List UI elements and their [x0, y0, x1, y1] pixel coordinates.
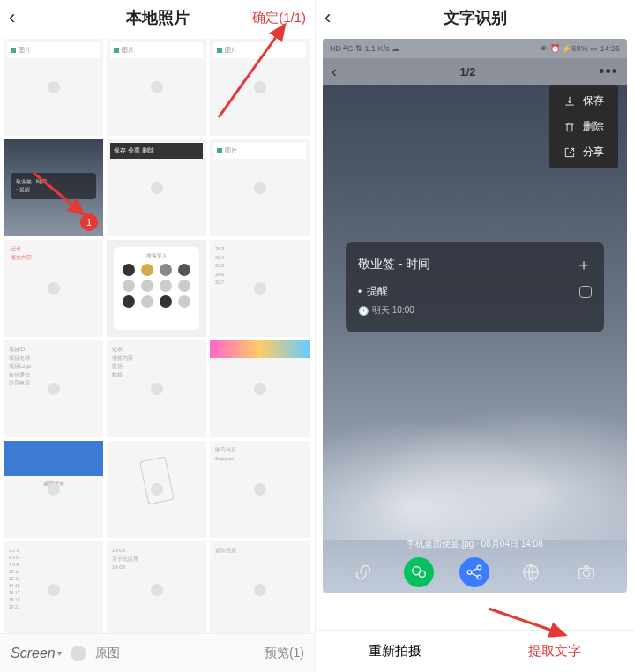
page-indicator: 1/2 [337, 65, 599, 78]
thumb[interactable]: 提取链接 [210, 541, 310, 633]
chevron-down-icon[interactable]: ▾ [57, 648, 62, 658]
card-title: 敬业签 - 时间 [358, 257, 430, 273]
selection-badge: 1 [80, 213, 98, 231]
thumb[interactable]: 记录便签内容微信邮箱 [107, 340, 206, 437]
thumb[interactable]: 14:08关于此应用14:08 [107, 541, 206, 633]
right-bottom-bar: 重新拍摄 提取文字 [316, 630, 634, 672]
thumb[interactable]: 图片 [210, 39, 310, 136]
widget-card: 敬业签 - 时间 ＋ • 提醒 🕑 明天 10:00 [346, 242, 604, 332]
trash-icon [563, 121, 576, 133]
svg-point-7 [584, 570, 590, 576]
context-menu: 保存 删除 分享 [549, 85, 618, 168]
menu-save[interactable]: 保存 [549, 88, 618, 114]
left-bottom-bar: Screen ▾ 原图 预览(1) [0, 633, 315, 672]
filename-label: 手机桌面便签.jpg · 08月04日 14:08 [323, 538, 627, 550]
card-item: 提醒 [367, 284, 388, 299]
plus-icon[interactable]: ＋ [576, 254, 592, 275]
thumb[interactable]: 保存 分享 删除 [107, 139, 206, 236]
preview-button[interactable]: 预览(1) [265, 646, 304, 661]
thumb[interactable]: 1 2 3 4 5 6 7 8 9 10 11 12 13 14 15 16 1… [4, 541, 103, 633]
thumb[interactable]: 项目ID项目名称项目Logo短信通知语音电话 [4, 340, 103, 437]
globe-icon[interactable] [516, 557, 546, 587]
confirm-button[interactable]: 确定(1/1) [252, 10, 306, 26]
screen-label: Screen [11, 646, 56, 661]
thumb-selected[interactable]: 敬业签 · 时间• 提醒 1 [4, 139, 103, 236]
link-icon[interactable] [348, 557, 378, 587]
ocr-panel: ‹ 文字识别 HD ⁴G ⇅ 1.1 K/s ☁ 👁 ⏰ ⚡68% ▭ 14:2… [316, 0, 634, 672]
download-icon [563, 95, 576, 108]
cloud-bg [323, 381, 627, 540]
origin-toggle[interactable] [71, 646, 86, 661]
right-header: ‹ 文字识别 [316, 0, 634, 35]
thumb[interactable]: 图片 [107, 39, 206, 136]
thumb[interactable] [210, 340, 310, 437]
status-right: 👁 ⏰ ⚡68% ▭ 14:26 [540, 44, 620, 53]
thumb[interactable]: 桌面便签 [4, 441, 103, 538]
left-header: ‹ 本地照片 确定(1/1) [0, 0, 315, 35]
card-subtext: 明天 10:00 [372, 304, 414, 317]
svg-point-1 [419, 571, 425, 577]
bullet-icon: • [358, 286, 362, 298]
extract-button[interactable]: 提取文字 [475, 643, 635, 660]
origin-label[interactable]: 原图 [95, 646, 120, 661]
thumb[interactable]: ·记录·便签内容 [4, 240, 103, 337]
thumb[interactable]: 账号信息Support [210, 441, 310, 538]
right-title: 文字识别 [316, 7, 634, 28]
checkbox[interactable] [579, 286, 592, 298]
local-photos-panel: ‹ 本地照片 确定(1/1) 图片 图片 图片 敬业签 · 时间• 提醒 1 保… [0, 0, 316, 672]
status-left: HD ⁴G ⇅ 1.1 K/s ☁ [330, 44, 399, 53]
share-dock-icon[interactable] [459, 557, 489, 587]
status-bar: HD ⁴G ⇅ 1.1 K/s ☁ 👁 ⏰ ⚡68% ▭ 14:26 [323, 39, 627, 58]
thumb[interactable]: 图片 [4, 39, 103, 136]
thumbnail-grid: 图片 图片 图片 敬业签 · 时间• 提醒 1 保存 分享 删除 图片 ·记录·… [0, 35, 315, 633]
share-icon [563, 146, 576, 159]
dock [323, 557, 627, 587]
wechat-icon[interactable] [404, 557, 434, 587]
camera-icon[interactable] [571, 557, 601, 587]
thumb[interactable]: 图片 [210, 139, 310, 236]
clock-icon: 🕑 [358, 306, 369, 316]
menu-share[interactable]: 分享 [549, 139, 618, 165]
thumb[interactable] [107, 441, 206, 538]
phone-screenshot: HD ⁴G ⇅ 1.1 K/s ☁ 👁 ⏰ ⚡68% ▭ 14:26 ‹ 1/2… [323, 39, 627, 593]
inner-header: ‹ 1/2 ••• [323, 58, 627, 85]
thumb-apps[interactable]: 搜索某人 [107, 240, 206, 337]
more-icon[interactable]: ••• [599, 63, 618, 81]
thumb[interactable]: 263264265266267 [210, 240, 310, 337]
menu-delete[interactable]: 删除 [549, 114, 618, 139]
retake-button[interactable]: 重新拍摄 [316, 643, 475, 660]
